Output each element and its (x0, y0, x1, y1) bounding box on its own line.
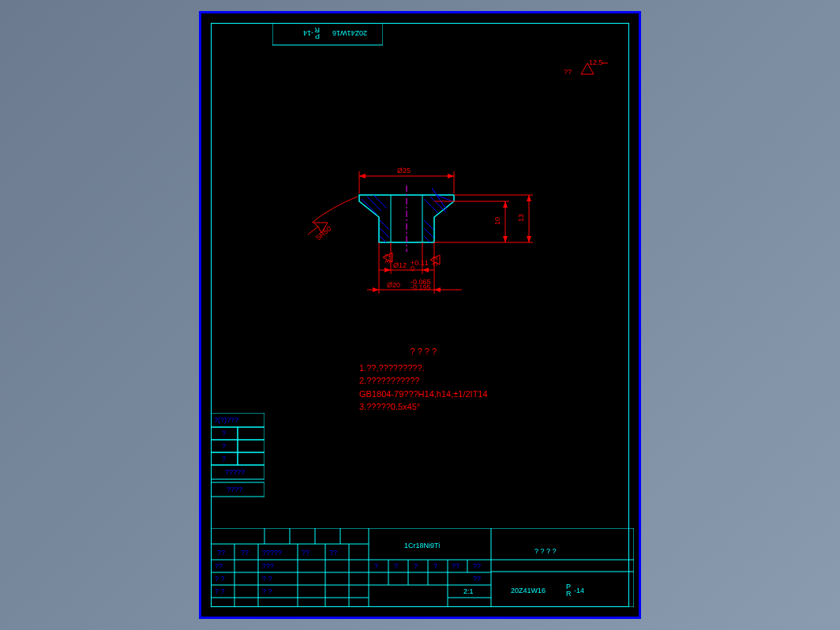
svg-text:?: ? (222, 442, 226, 450)
svg-text:Ø20: Ø20 (387, 281, 400, 289)
svg-line-24 (424, 220, 433, 230)
svg-text:??: ?? (564, 68, 572, 76)
svg-rect-53 (238, 427, 264, 440)
svg-text:? ?: ? ? (262, 575, 272, 583)
svg-text:??: ?? (473, 575, 481, 583)
svg-line-16 (373, 195, 387, 208)
svg-text:?  ?  ?  ?: ? ? ? ? (534, 547, 557, 555)
title-block: ?? ?? ????? ?? ?? ?? ??? ? ? ? ? ? ? ? ?… (211, 528, 634, 607)
svg-text:?: ? (433, 562, 437, 570)
svg-line-19 (380, 236, 386, 242)
svg-text:?: ? (222, 429, 226, 437)
note-1: 1.??,?????????. (359, 362, 488, 375)
svg-rect-56 (238, 440, 264, 452)
svg-text:?: ? (374, 562, 378, 570)
svg-text:Ø12: Ø12 (393, 261, 407, 269)
svg-text:?????: ????? (262, 549, 282, 557)
svg-text:?(?)???: ?(?)??? (214, 416, 238, 424)
svg-text:13: 13 (517, 214, 525, 222)
svg-text:??: ?? (452, 562, 459, 570)
svg-text:-14: -14 (303, 29, 313, 37)
svg-text:1Cr18Ni9Ti: 1Cr18Ni9Ti (404, 542, 440, 549)
note-4: 3.?????0.5x45° (359, 400, 488, 414)
svg-rect-59 (238, 452, 264, 465)
svg-text:????: ???? (227, 486, 242, 493)
svg-line-26 (424, 236, 430, 242)
svg-text:10: 10 (493, 217, 501, 225)
svg-text:20Z41W16: 20Z41W16 (332, 29, 367, 37)
svg-text:??: ?? (473, 562, 481, 570)
svg-text:0: 0 (411, 264, 414, 272)
svg-text:??: ?? (329, 549, 337, 557)
svg-text:? ?: ? ? (262, 587, 272, 595)
svg-text:? ?: ? ? (215, 575, 225, 583)
svg-text:-14: -14 (574, 587, 584, 594)
svg-text:R: R (314, 26, 320, 34)
part-drawing: Ø25 SR50 10 13 (304, 148, 588, 321)
svg-text:Ø25: Ø25 (397, 167, 411, 174)
svg-text:?: ? (414, 562, 418, 570)
svg-line-25 (424, 228, 433, 238)
svg-text:3.2: 3.2 (431, 256, 439, 266)
note-2: 2.??????????? (359, 374, 488, 388)
svg-text:20Z41W16: 20Z41W16 (511, 587, 546, 594)
svg-text:?: ? (394, 562, 398, 570)
technical-notes: ? ? ? ? 1.??,?????????. 2.??????????? GB… (359, 345, 488, 414)
svg-text:?: ? (222, 455, 226, 463)
svg-text:???: ??? (262, 562, 274, 570)
svg-text:??: ?? (217, 549, 225, 557)
svg-text:??: ?? (241, 549, 249, 557)
svg-text:?????: ????? (225, 468, 245, 476)
svg-text:? ?: ? ? (215, 587, 225, 595)
surface-finish-global: ?? 12.5 (564, 57, 619, 84)
svg-text:2:1: 2:1 (463, 587, 474, 595)
svg-line-22 (430, 197, 446, 212)
svg-text:R: R (566, 590, 572, 598)
svg-text:12.5: 12.5 (589, 58, 603, 66)
svg-line-17 (380, 220, 389, 230)
revision-block: ?(?)??? ? ? ? ????? ???? (211, 413, 264, 500)
top-number-block: 20Z41W16 P R -14 (272, 23, 383, 47)
svg-text:-0.195: -0.195 (411, 283, 431, 291)
svg-text:??: ?? (215, 562, 223, 570)
notes-title: ? ? ? ? (359, 345, 488, 358)
drawing-sheet: 20Z41W16 P R -14 ?? 12.5 Ø25 (199, 11, 641, 619)
svg-text:??: ?? (302, 549, 309, 557)
svg-line-14 (362, 199, 377, 214)
note-3: GB1804-79???H14,h14,±1/2IT14 (359, 388, 488, 401)
svg-line-18 (380, 228, 389, 238)
